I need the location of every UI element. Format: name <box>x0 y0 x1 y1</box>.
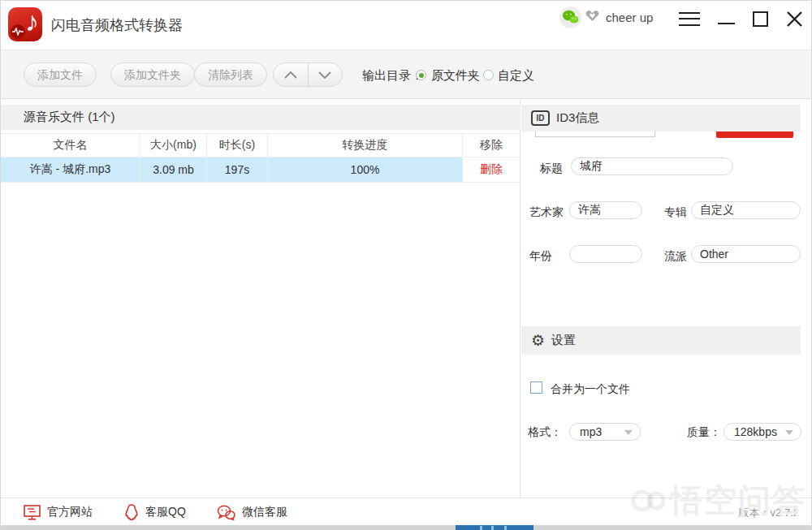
cell-duration: 197s <box>207 157 268 182</box>
cell-size: 3.09 mb <box>140 157 207 182</box>
radio-original-folder-label[interactable]: 原文件夹 <box>431 68 480 84</box>
table-header-row: 文件名 大小(mb) 时长(s) 转换进度 移除 <box>1 133 520 157</box>
qq-support-link[interactable]: 客服QQ <box>124 498 186 526</box>
account-area[interactable]: cheer up <box>559 6 653 28</box>
clear-list-button[interactable]: 清除列表 <box>194 62 267 87</box>
table-row[interactable]: 许嵩 - 城府.mp3 3.09 mb 197s 100% 删除 <box>1 157 520 183</box>
cell-filename: 许嵩 - 城府.mp3 <box>1 157 140 182</box>
album-label: 专辑 <box>664 205 687 220</box>
id3-header-bar: ID ID3信息 <box>521 105 801 131</box>
settings-header: 设置 <box>551 333 576 348</box>
add-file-button[interactable]: 添加文件 <box>24 62 97 87</box>
add-folder-button[interactable]: 添加文件夹 <box>110 62 195 87</box>
delete-link[interactable]: 删除 <box>480 162 503 177</box>
app-title: 闪电音频格式转换器 <box>51 15 183 35</box>
account-name: cheer up <box>606 11 653 24</box>
qq-penguin-icon <box>124 504 139 520</box>
genre-input[interactable] <box>691 245 801 263</box>
settings-header-bar: ⚙ 设置 <box>521 326 801 355</box>
title-input[interactable] <box>571 157 733 175</box>
music-note-icon: ♪ <box>25 6 39 37</box>
format-value: mp3 <box>580 425 602 438</box>
official-website-link[interactable]: 官方网站 <box>24 498 93 526</box>
id3-icon: ID <box>531 110 550 126</box>
title-label: 标题 <box>540 162 563 176</box>
bottom-edge-strip <box>1 525 811 530</box>
title-bar: ♪ 闪电音频格式转换器 cheer up <box>1 1 811 50</box>
merge-checkbox[interactable] <box>530 381 542 394</box>
col-duration: 时长(s) <box>207 134 268 157</box>
move-up-button[interactable] <box>274 63 309 86</box>
menu-icon[interactable] <box>679 12 700 26</box>
wechat-bubbles-icon <box>217 505 235 520</box>
quality-dropdown[interactable]: 128kbps <box>723 423 801 441</box>
year-label: 年份 <box>529 249 552 264</box>
toolbar: 添加文件 添加文件夹 清除列表 输出目录： 原文件夹 自定义 开始转换 <box>1 50 811 99</box>
col-remove: 移除 <box>463 134 520 157</box>
close-button[interactable] <box>786 11 803 28</box>
qq-support-label: 客服QQ <box>145 505 186 519</box>
version-text: 版本：v2.7.2 <box>739 506 799 520</box>
radio-original-folder[interactable] <box>416 70 426 80</box>
wechat-support-label: 微信客服 <box>242 505 287 519</box>
maximize-button[interactable] <box>753 11 768 27</box>
genre-label: 流派 <box>664 249 687 264</box>
album-input[interactable] <box>691 201 801 219</box>
source-files-header: 源音乐文件 (1个) <box>1 105 520 130</box>
footer-bar: 官方网站 客服QQ 微信客服 版本：v2.7.2 <box>1 498 811 525</box>
main-area: 源音乐文件 (1个) 文件名 大小(mb) 时长(s) 转换进度 移除 许嵩 -… <box>1 100 811 498</box>
merge-checkbox-label[interactable]: 合并为一个文件 <box>551 382 630 397</box>
move-down-button[interactable] <box>309 63 343 86</box>
artist-label: 艺术家 <box>529 205 564 220</box>
app-window: ♪ 闪电音频格式转换器 cheer up <box>0 0 812 530</box>
gear-icon: ⚙ <box>531 333 545 348</box>
col-filename: 文件名 <box>1 134 140 157</box>
wechat-support-link[interactable]: 微信客服 <box>217 498 287 526</box>
id3-settings-panel: ID ID3信息 标题 艺术家 专辑 年份 流派 ⚙ 设置 合并为一个文件 格式… <box>521 100 812 498</box>
reorder-buttons <box>273 62 343 87</box>
waveform-icon <box>11 24 25 39</box>
cell-progress: 100% <box>268 157 463 182</box>
id3-header: ID3信息 <box>556 110 599 126</box>
wechat-avatar-icon <box>559 6 581 28</box>
badge-heart-icon <box>585 10 599 25</box>
col-progress: 转换进度 <box>268 134 463 157</box>
chevron-down-icon <box>624 430 633 435</box>
radio-custom[interactable] <box>483 70 494 80</box>
output-dir-label: 输出目录： <box>362 68 423 84</box>
source-files-panel: 源音乐文件 (1个) 文件名 大小(mb) 时长(s) 转换进度 移除 许嵩 -… <box>1 100 520 498</box>
file-table: 文件名 大小(mb) 时长(s) 转换进度 移除 许嵩 - 城府.mp3 3.0… <box>1 133 520 183</box>
website-monitor-icon <box>24 505 41 520</box>
quality-label: 质量： <box>687 425 721 440</box>
chevron-down-icon <box>785 430 793 435</box>
artist-input[interactable] <box>569 201 642 219</box>
quality-value: 128kbps <box>734 425 777 438</box>
col-size: 大小(mb) <box>140 134 207 157</box>
format-label: 格式： <box>528 425 562 440</box>
official-website-label: 官方网站 <box>47 505 93 519</box>
app-logo-icon: ♪ <box>8 7 42 41</box>
format-dropdown[interactable]: mp3 <box>569 423 641 441</box>
radio-custom-label[interactable]: 自定义 <box>498 68 534 84</box>
minimize-button[interactable] <box>718 23 735 25</box>
background-window-fragment <box>456 525 533 530</box>
cell-remove: 删除 <box>463 157 520 182</box>
year-input[interactable] <box>569 245 642 263</box>
